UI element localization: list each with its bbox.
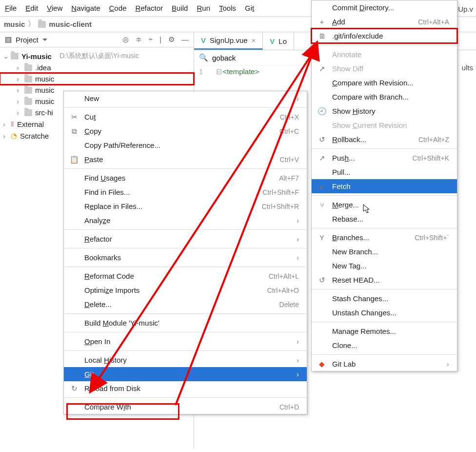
menu-item[interactable]: Copy Path/Reference... <box>64 138 307 152</box>
folder-icon <box>38 21 46 28</box>
chevron-right-icon: › <box>297 216 299 225</box>
menu-item[interactable]: Optimize ImportsCtrl+Alt+O <box>64 283 307 297</box>
menu-item[interactable]: Unstash Changes... <box>312 306 457 320</box>
menu-item[interactable]: ↺Rollback...Ctrl+Alt+Z <box>312 132 457 146</box>
menu-item[interactable]: Analyze› <box>64 213 307 227</box>
menu-item[interactable]: New Branch... <box>312 245 457 259</box>
menu-item[interactable]: ↻Reload from Disk <box>64 381 307 395</box>
menu-refactor[interactable]: Refactor <box>135 4 163 12</box>
close-icon[interactable]: × <box>252 36 256 44</box>
menu-icon: 📋 <box>70 155 79 164</box>
menu-code[interactable]: Code <box>109 4 127 12</box>
library-icon: ⫴ <box>11 120 14 128</box>
menu-icon: 🗎 <box>317 32 326 40</box>
menu-item[interactable]: Clone... <box>312 338 457 352</box>
target-icon[interactable]: ◎ <box>122 35 129 44</box>
menu-file[interactable]: File <box>5 4 17 12</box>
folder-icon <box>24 109 32 116</box>
expand-icon[interactable]: ≑ <box>136 35 142 44</box>
editor-tab[interactable]: VSignUp.vue× <box>194 32 263 50</box>
folder-icon <box>24 76 32 82</box>
truncated-label: ults <box>462 63 473 72</box>
hide-icon[interactable]: — <box>181 35 189 44</box>
menu-item: Annotate <box>312 47 457 62</box>
context-menu: New›✂CutCtrl+X⧉CopyCtrl+CCopy Path/Refer… <box>63 91 307 414</box>
gear-icon[interactable]: ⚙ <box>168 35 175 44</box>
menu-item[interactable]: New Tag... <box>312 259 457 273</box>
editor-tab[interactable]: VLo <box>263 32 294 50</box>
menu-item[interactable]: ↙Fetch <box>312 179 457 193</box>
menu-item: Show Current Revision <box>312 118 457 132</box>
menu-item[interactable]: 📋PasteCtrl+V <box>64 152 307 166</box>
menu-build[interactable]: Build <box>172 4 188 12</box>
menu-item[interactable]: ⑂Merge... <box>312 198 457 212</box>
collapse-icon[interactable]: ÷ <box>149 35 153 44</box>
chevron-right-icon[interactable]: › <box>17 86 21 94</box>
breadcrumb-root[interactable]: music <box>4 20 25 28</box>
menu-item[interactable]: Bookmarks› <box>64 250 307 265</box>
menu-run[interactable]: Run <box>197 4 210 12</box>
menu-view[interactable]: View <box>47 4 62 12</box>
menu-item[interactable]: ↗Push...Ctrl+Shift+K <box>312 151 457 165</box>
tree-root[interactable]: ⌄ Yi-music D:\系统默认\桌面\Yi-music <box>0 50 194 62</box>
menu-item[interactable]: +AddCtrl+Alt+A <box>312 15 457 29</box>
chevron-right-icon[interactable]: › <box>17 97 21 105</box>
menu-item[interactable]: Stash Changes... <box>312 291 457 306</box>
menu-git[interactable]: Git <box>245 4 254 12</box>
menu-item[interactable]: YBranches...Ctrl+Shift+` <box>312 230 457 245</box>
search-icon: 🔍 <box>199 53 208 62</box>
chevron-right-icon: › <box>297 370 299 378</box>
chevron-right-icon[interactable]: › <box>17 108 21 117</box>
chevron-right-icon[interactable]: › <box>3 120 8 128</box>
chevron-right-icon[interactable]: › <box>17 75 21 83</box>
menu-navigate[interactable]: Navigate <box>71 4 100 12</box>
menu-item[interactable]: Replace in Files...Ctrl+Shift+R <box>64 199 307 213</box>
menu-item[interactable]: Compare with Revision... <box>312 76 457 90</box>
menu-item[interactable]: ✂CutCtrl+X <box>64 110 307 124</box>
menu-item[interactable]: Delete...Delete <box>64 297 307 311</box>
menu-edit[interactable]: Edit <box>25 4 38 12</box>
breadcrumb-child[interactable]: music-client <box>49 20 92 28</box>
chevron-down-icon[interactable]: ⌄ <box>3 52 8 61</box>
menu-item[interactable]: Find UsagesAlt+F7 <box>64 171 307 185</box>
menu-item[interactable]: Local History› <box>64 353 307 367</box>
menu-icon: ↺ <box>317 135 326 144</box>
dropdown-icon[interactable] <box>42 39 47 43</box>
menu-icon: ↗ <box>317 154 326 163</box>
menu-icon: ↙ <box>317 182 326 191</box>
menu-item[interactable]: Commit Directory... <box>312 0 457 15</box>
menu-item[interactable]: Refactor› <box>64 232 307 246</box>
menu-icon: + <box>317 18 326 26</box>
menu-item[interactable]: ◆Git Lab› <box>312 357 457 371</box>
project-label[interactable]: Project <box>16 36 39 44</box>
menu-item: ↗Show Diff <box>312 62 457 76</box>
chevron-right-icon[interactable]: › <box>17 63 21 72</box>
menu-item[interactable]: ↺Reset HEAD... <box>312 273 457 287</box>
menu-item[interactable]: Compare with Branch... <box>312 90 457 104</box>
menu-item[interactable]: ⧉CopyCtrl+C <box>64 124 307 138</box>
chevron-right-icon: › <box>297 253 299 262</box>
menu-item[interactable]: New› <box>64 91 307 105</box>
menu-item[interactable]: Rebase... <box>312 212 457 226</box>
menu-item[interactable]: Compare WithCtrl+D <box>64 400 307 414</box>
menu-tools[interactable]: Tools <box>219 4 236 12</box>
folder-icon <box>24 64 32 71</box>
tree-item[interactable]: ›.idea <box>0 62 194 73</box>
menu-item[interactable]: Manage Remotes... <box>312 324 457 338</box>
chevron-right-icon[interactable]: › <box>3 132 8 140</box>
chevron-right-icon: › <box>297 235 299 243</box>
menu-icon: ⑂ <box>317 201 326 209</box>
git-submenu: Commit Directory...+AddCtrl+Alt+A🗎.git/i… <box>311 0 457 371</box>
menu-item[interactable]: Build Module 'Yi-music' <box>64 316 307 330</box>
menu-item[interactable]: 🕘Show History <box>312 104 457 118</box>
menu-item[interactable]: Git› <box>64 367 307 381</box>
tree-item[interactable]: ›music <box>0 73 194 84</box>
chevron-right-icon: › <box>297 356 299 364</box>
menu-item[interactable]: Reformat CodeCtrl+Alt+L <box>64 269 307 283</box>
menu-item[interactable]: Pull... <box>312 165 457 179</box>
menu-item[interactable]: Open In› <box>64 334 307 349</box>
menu-icon: ↺ <box>317 276 326 285</box>
menu-item[interactable]: Find in Files...Ctrl+Shift+F <box>64 185 307 199</box>
menu-item[interactable]: 🗎.git/info/exclude <box>312 29 457 43</box>
folder-icon <box>11 53 19 60</box>
